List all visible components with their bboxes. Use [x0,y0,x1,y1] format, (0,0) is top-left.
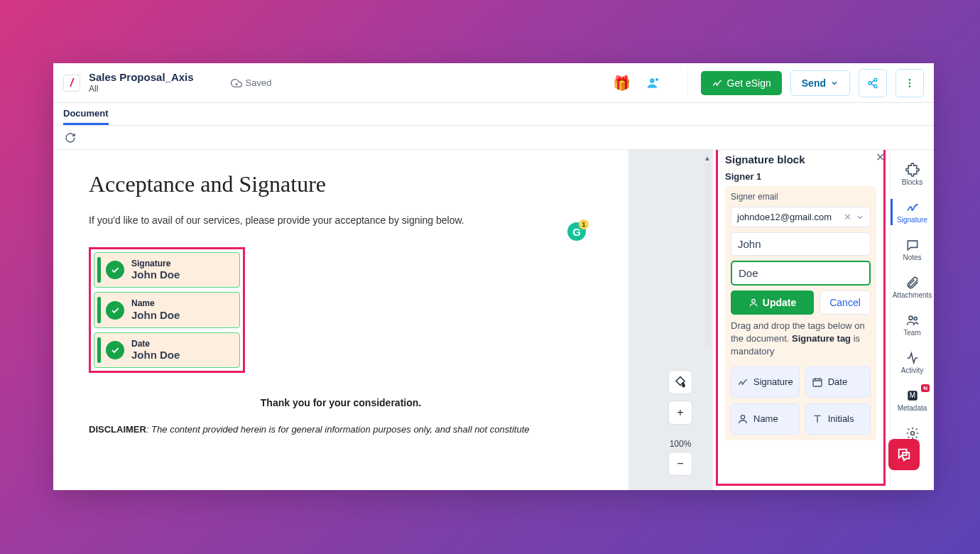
calendar-icon [812,376,823,388]
tag-initials[interactable]: Initials [805,403,871,435]
rail-metadata[interactable]: N M Metadata [891,383,934,418]
page-heading: Acceptance and Signature [89,171,593,197]
date-field-card[interactable]: Date John Doe [94,332,240,368]
team-icon [905,313,920,327]
send-label: Send [802,77,826,89]
rail-signature[interactable]: Signature [891,195,934,229]
refresh-icon[interactable] [65,132,76,143]
more-button[interactable] [895,69,924,97]
paperclip-icon [905,276,920,290]
user-icon [737,413,748,425]
paint-bucket-icon [674,376,687,389]
scroll-up-arrow[interactable]: ▲ [702,154,712,162]
doc-title-block: Sales Proposal_Axis All [89,71,194,94]
tag-date[interactable]: Date [805,366,871,398]
update-button[interactable]: Update [731,290,814,315]
rail-blocks[interactable]: Blocks [891,157,934,192]
page-intro: If you'd like to avail of our services, … [89,214,593,226]
new-badge: N [921,384,930,392]
signature-cards-highlight: Signature John Doe Name John Doe [89,247,245,373]
signer-heading: Signer 1 [725,171,876,182]
card-label: Name [131,298,180,308]
svg-point-15 [910,432,914,435]
name-field-card[interactable]: Name John Doe [94,292,240,327]
puzzle-icon [905,163,920,177]
disclaimer-body: : The content provided herein is for gen… [146,424,530,435]
card-name: John Doe [131,268,180,281]
get-esign-button[interactable]: Get eSign [701,71,782,95]
svg-point-5 [909,79,911,81]
saved-label: Saved [246,77,272,88]
svg-point-8 [751,299,755,303]
card-name: John Doe [131,309,180,322]
drag-help-text: Drag and drop the tags below on the docu… [731,320,871,359]
svg-text:M: M [909,391,915,399]
cloud-icon [231,77,242,89]
tag-signature[interactable]: Signature [731,366,800,398]
doc-title: Sales Proposal_Axis [89,71,194,84]
svg-rect-9 [813,379,822,386]
chevron-down-icon [830,79,839,87]
card-label: Signature [131,259,180,268]
tag-name[interactable]: Name [731,403,800,435]
signature-block-panel: ✕ Signature block Signer 1 Signer email … [716,150,886,486]
doc-subtitle: All [89,84,194,94]
signature-icon [712,77,723,89]
rail-notes[interactable]: Notes [891,232,934,267]
send-button[interactable]: Send [790,70,850,96]
activity-icon [905,351,920,365]
metadata-icon: M [905,389,920,403]
chat-icon [905,238,920,252]
saved-status: Saved [231,77,272,89]
first-name-input[interactable]: John [731,232,871,256]
card-name: John Doe [131,349,180,362]
update-label: Update [763,297,796,308]
signer-form: Signer email johndoe12@gmail.com ✕ John … [725,186,876,440]
grammarly-badge[interactable]: G [567,222,586,241]
last-name-input[interactable]: Doe [731,261,871,286]
add-user-icon[interactable] [646,76,660,90]
document-canvas[interactable]: ▲ Acceptance and Signature If you'd like… [53,150,712,490]
chat-fab[interactable] [888,439,920,470]
cancel-button[interactable]: Cancel [820,290,871,315]
disclaimer-prefix: DISCLAIMER [89,424,146,435]
zoom-out-button[interactable]: − [668,452,692,476]
chat-bubble-icon [896,447,912,462]
signer-email-label: Signer email [731,192,871,202]
share-button[interactable] [859,69,887,97]
close-icon[interactable]: ✕ [876,151,885,164]
share-icon [867,77,878,89]
svg-point-12 [914,317,917,320]
gift-icon[interactable]: 🎁 [613,75,631,92]
kebab-icon [904,77,915,89]
signer-email-select[interactable]: johndoe12@gmail.com ✕ [731,207,871,227]
check-icon [106,341,124,359]
signature-icon [737,376,748,388]
text-icon [812,413,823,425]
tabs-bar: Document [53,103,934,126]
svg-point-11 [909,316,913,320]
side-panel: ✕ Signature block Signer 1 Signer email … [712,150,890,490]
check-icon [106,301,124,320]
main-area: ▲ Acceptance and Signature If you'd like… [53,150,934,490]
scrollbar-track[interactable] [704,163,711,348]
disclaimer-text: DISCLAIMER: The content provided herein … [89,424,593,435]
signature-field-card[interactable]: Signature John Doe [94,252,240,288]
svg-point-7 [909,85,911,87]
get-esign-label: Get eSign [727,77,771,89]
signer-email-value: johndoe12@gmail.com [737,212,832,222]
rail-team[interactable]: Team [891,308,934,342]
thanks-text: Thank you for your consideration. [89,397,593,408]
rail-activity[interactable]: Activity [891,345,934,380]
tab-document[interactable]: Document [63,104,109,125]
card-label: Date [131,339,180,349]
svg-point-3 [869,82,871,85]
rail-attachments[interactable]: Attachments [891,270,934,305]
clear-email-icon[interactable]: ✕ [844,212,851,222]
zoom-in-button[interactable]: + [668,401,692,425]
svg-point-10 [741,415,744,418]
svg-point-4 [874,85,877,87]
fill-tool-button[interactable] [668,370,692,394]
zoom-level: 100% [668,439,692,449]
gear-icon [905,426,920,440]
